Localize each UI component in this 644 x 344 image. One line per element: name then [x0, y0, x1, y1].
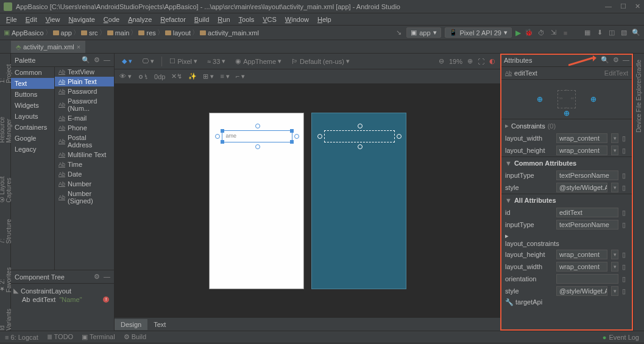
menu-vcs[interactable]: VCS — [259, 15, 280, 24]
palette-hide-icon[interactable]: — — [104, 56, 110, 64]
attr-row-style[interactable]: style@style/Widget.App▾▯ — [500, 181, 633, 194]
margin-select[interactable]: 0dp — [154, 73, 165, 80]
menu-help[interactable]: Help — [314, 15, 335, 24]
sync-icon[interactable]: ↘ — [394, 29, 403, 37]
resource-icon[interactable]: ▧ — [620, 29, 628, 37]
palette-gear-icon[interactable]: ⚙ — [94, 56, 100, 64]
stop-icon[interactable]: ■ — [561, 29, 570, 37]
attr-hide-icon[interactable]: — — [623, 56, 629, 64]
palette-cat-containers[interactable]: Containers — [11, 122, 54, 133]
attr-row-layout_height[interactable]: layout_heightwrap_content▾▯ — [500, 248, 633, 261]
attr-row-layout_width[interactable]: layout_widthwrap_content▾▯ — [500, 132, 633, 144]
right-strip-item[interactable]: Device File Explorer — [635, 78, 642, 132]
align-icon[interactable]: ≡ ▾ — [220, 72, 229, 80]
maximize-button[interactable]: ☐ — [620, 2, 626, 10]
palette-item[interactable]: Ab Number (Signed) — [55, 189, 114, 206]
design-preview[interactable]: ame — [209, 113, 304, 289]
bottom-build[interactable]: ⚙ Build — [124, 333, 147, 341]
menu-run[interactable]: Run — [214, 15, 233, 24]
palette-item[interactable]: Ab Multiline Text — [55, 150, 114, 160]
device-select[interactable]: ☐ Pixel ▾ — [167, 57, 200, 66]
pack-icon[interactable]: ⊞ ▾ — [203, 72, 214, 80]
warnings-icon[interactable]: ◐ — [489, 57, 495, 65]
menu-view[interactable]: View — [42, 15, 64, 24]
sdk-icon[interactable]: ⬇ — [595, 29, 604, 37]
constraints-section[interactable]: ▸Constraints (0) — [500, 119, 633, 132]
palette-cat-legacy[interactable]: Legacy — [11, 144, 54, 155]
palette-item[interactable]: Ab Plain Text — [55, 77, 114, 86]
run-config-combo[interactable]: ▣ app ▾ — [406, 27, 441, 38]
common-attrs-section[interactable]: ▼Common Attributes — [500, 156, 633, 169]
attr-row-targetApi[interactable]: 🔧 targetApi — [500, 297, 633, 307]
right-strip-item[interactable]: Gradle — [635, 60, 642, 78]
bottom-terminal[interactable]: ▣ Terminal — [82, 333, 115, 341]
event-log-button[interactable]: ● Event Log — [603, 334, 639, 341]
palette-item[interactable]: Ab Password (Num... — [55, 96, 114, 113]
clear-constraints-icon[interactable]: ✕↯ — [171, 72, 182, 80]
crumb-4[interactable]: res — [138, 29, 155, 37]
tree-root[interactable]: ◣ ConstraintLayout — [13, 286, 111, 295]
palette-item[interactable]: Ab Number — [55, 179, 114, 189]
device-combo[interactable]: 📱 Pixel 2 API 29 ▾ — [445, 27, 512, 38]
avd-icon[interactable]: ▦ — [583, 29, 592, 37]
all-attrs-section[interactable]: ▼All Attributes — [500, 194, 633, 206]
palette-item[interactable]: Ab Phone — [55, 123, 114, 133]
fit-icon[interactable]: ⛶ — [478, 58, 484, 65]
locale-select[interactable]: 🏳 Default (en-us) ▾ — [289, 57, 352, 66]
attr-row-orientation[interactable]: orientation▯ — [500, 273, 633, 285]
theme-select[interactable]: ◉ AppTheme ▾ — [233, 57, 284, 66]
attr-row-layout_width[interactable]: layout_widthwrap_content▾▯ — [500, 261, 633, 273]
eye-icon[interactable]: 👁 ▾ — [119, 72, 132, 80]
tree-gear-icon[interactable]: ⚙ — [94, 273, 100, 281]
left-strip-item[interactable]: 1: Project — [0, 60, 12, 83]
search-icon[interactable]: 🔍 — [632, 29, 640, 37]
guideline-icon[interactable]: ⌐ ▾ — [236, 72, 245, 80]
attr-row-inputType[interactable]: inputTypetextPersonName▯ — [500, 219, 633, 231]
tree-hide-icon[interactable]: — — [104, 273, 110, 281]
left-strip-item[interactable]: ⦿ Layout Captures — [0, 155, 12, 203]
attach-icon[interactable]: ⇲ — [549, 29, 557, 37]
menu-navigate[interactable]: Navigate — [65, 15, 98, 24]
selected-edittext-blueprint[interactable] — [324, 130, 395, 142]
crumb-6[interactable]: activity_main.xml — [200, 29, 259, 37]
tab-activity-main[interactable]: ⬘ activity_main.xml × — [11, 41, 85, 53]
constraint-widget[interactable]: ⊕ ⌄ ⌃ ›› ‹‹ ⊕ ⊕ — [500, 80, 633, 119]
selected-edittext-design[interactable]: ame — [222, 130, 292, 142]
palette-item[interactable]: Ab TextView — [55, 67, 114, 77]
menu-tools[interactable]: Tools — [235, 15, 258, 24]
error-badge-icon[interactable]: ! — [103, 297, 109, 303]
close-tab-icon[interactable]: × — [77, 43, 80, 51]
zoom-in-icon[interactable]: ⊕ — [467, 57, 473, 65]
left-strip-item[interactable]: ★ 2: Favorites — [0, 256, 12, 292]
canvas[interactable]: ame — [115, 84, 500, 317]
attr-row-inputType[interactable]: inputTypetextPersonName▯ — [500, 169, 633, 181]
palette-cat-layouts[interactable]: Layouts — [11, 111, 54, 122]
run-button[interactable]: ▶ — [515, 29, 521, 37]
menu-edit[interactable]: Edit — [22, 15, 41, 24]
menu-analyze[interactable]: Analyze — [124, 15, 155, 24]
crumb-3[interactable]: main — [107, 29, 130, 37]
palette-item[interactable]: Ab Postal Address — [55, 133, 114, 150]
bottom-logcat[interactable]: ≡ 6: Logcat — [5, 334, 38, 341]
menu-window[interactable]: Window — [281, 15, 313, 24]
attr-search-icon[interactable]: 🔍 — [601, 56, 609, 64]
menu-code[interactable]: Code — [100, 15, 123, 24]
palette-cat-buttons[interactable]: Buttons — [11, 89, 54, 100]
infer-icon[interactable]: ✨ — [188, 72, 197, 80]
palette-cat-widgets[interactable]: Widgets — [11, 100, 54, 111]
design-tab-text[interactable]: Text — [147, 319, 172, 330]
left-strip-item[interactable]: Resource Manager — [0, 96, 12, 143]
view-mode-icon[interactable]: ◆ ▾ — [119, 57, 135, 66]
design-tab-design[interactable]: Design — [115, 319, 147, 330]
attr-row-layout_height[interactable]: layout_heightwrap_content▾▯ — [500, 144, 633, 156]
palette-item[interactable]: Ab Password — [55, 86, 114, 96]
left-strip-item[interactable]: Id Variants — [0, 304, 12, 331]
palette-item[interactable]: Ab Date — [55, 169, 114, 179]
bottom-todo[interactable]: ≣ TODO — [47, 333, 73, 341]
left-strip-item[interactable]: 7: Structure — [0, 215, 12, 244]
profile-icon[interactable]: ⏱ — [537, 29, 545, 37]
menu-build[interactable]: Build — [191, 15, 213, 24]
attr-row-id[interactable]: ideditText▯ — [500, 206, 633, 219]
palette-cat-text[interactable]: Text — [11, 78, 54, 89]
attr-gear-icon[interactable]: ⚙ — [613, 56, 619, 64]
